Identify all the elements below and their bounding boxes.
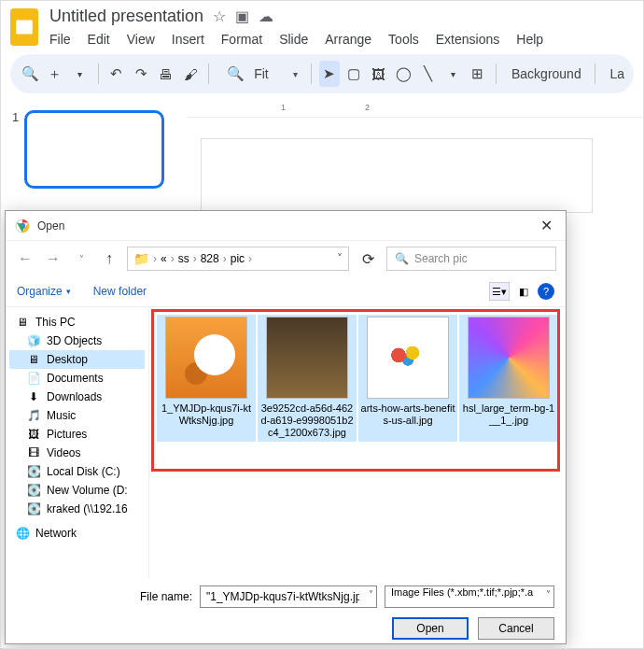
search-placeholder: Search pic [414,252,468,265]
sidebar-item-downloads[interactable]: ⬇Downloads [9,388,145,406]
sidebar-item-pictures[interactable]: 🖼Pictures [9,425,145,444]
sidebar-item-newvolume[interactable]: 💽New Volume (D: [9,481,145,500]
line-tool-icon[interactable]: ╲ [418,61,440,87]
separator [496,63,497,84]
comment-icon[interactable]: ⊞ [468,61,489,87]
menu-extensions[interactable]: Extensions [436,32,499,47]
undo-icon[interactable]: ↶ [105,61,127,87]
layout-button[interactable]: La [609,66,624,81]
path-seg[interactable]: 828 [201,252,219,265]
sidebar-item-3d[interactable]: 🧊3D Objects [9,332,145,350]
search-input[interactable]: 🔍 Search pic [386,247,556,271]
filename-label: File name: [140,590,192,603]
path-ellipsis[interactable]: « [161,252,167,265]
open-button[interactable]: Open [392,617,469,640]
zoom-fit[interactable]: Fit [254,66,269,81]
dialog-footer: File name: ˅ Image Files (*.xbm;*.tif;*.… [6,578,566,647]
sidebar-network[interactable]: 🌐Network [9,524,145,543]
menu-insert[interactable]: Insert [172,32,204,47]
menu-bar: File Edit View Insert Format Slide Arran… [49,26,543,54]
chevron-right-icon: › [193,252,197,265]
search-icon: 🔍 [395,252,409,265]
path-dropdown-icon[interactable]: ˅ [337,252,343,265]
organize-button[interactable]: Organize ▾ [17,285,71,298]
cube-icon: 🧊 [26,334,41,347]
dropdown-caret-icon[interactable]: ˅ [546,589,551,600]
documents-icon: 📄 [26,372,41,385]
dropdown-caret-icon[interactable]: ˅ [369,589,373,600]
dialog-body: 🖥This PC 🧊3D Objects 🖥Desktop 📄Documents… [6,307,566,578]
search-icon[interactable]: 🔍 [20,61,41,87]
view-mode-icon[interactable]: ☰▾ [489,282,510,301]
doc-title[interactable]: Untitled presentation [49,7,203,26]
move-folder-icon[interactable]: ▣ [235,7,249,25]
slide-thumbnail-panel: 1 [1,101,188,213]
separator [98,63,99,84]
image-tool-icon[interactable]: 🖼 [369,61,390,87]
path-seg[interactable]: pic [231,252,245,265]
menu-file[interactable]: File [49,32,71,47]
sidebar-item-documents[interactable]: 📄Documents [9,369,145,388]
menu-tools[interactable]: Tools [388,32,419,47]
refresh-icon[interactable]: ⟳ [357,250,379,268]
filename-input[interactable] [200,586,377,608]
sidebar-this-pc[interactable]: 🖥This PC [9,313,145,332]
sidebar-item-music[interactable]: 🎵Music [9,406,145,425]
dropdown-caret-icon: ▾ [66,287,71,296]
sidebar-item-videos[interactable]: 🎞Videos [9,444,145,462]
slide-canvas[interactable] [201,138,593,213]
help-icon[interactable]: ? [538,283,554,300]
videos-icon: 🎞 [26,446,41,459]
dialog-title: Open [37,219,64,233]
file-type-select[interactable]: Image Files (*.xbm;*.tif;*.pjp;*.a [385,586,554,608]
select-tool-icon[interactable]: ➤ [319,61,341,87]
zoom-icon[interactable]: 🔍 [222,61,248,87]
menu-help[interactable]: Help [516,32,543,47]
back-icon[interactable]: ← [15,248,35,269]
dropdown-caret-icon[interactable]: ▾ [69,61,91,87]
slide-thumbnail[interactable] [24,110,164,189]
ruler: 1 2 [188,101,643,118]
star-icon[interactable]: ☆ [213,7,226,25]
chevron-right-icon: › [171,252,175,265]
menu-view[interactable]: View [127,32,155,47]
preview-pane-icon[interactable]: ◧ [513,282,534,301]
slide-number: 1 [12,110,19,204]
menu-format[interactable]: Format [221,32,262,47]
shape-tool-icon[interactable]: ◯ [393,61,414,87]
dropdown-caret-icon[interactable]: ▾ [442,61,464,87]
redo-icon[interactable]: ↷ [131,61,152,87]
sidebar-item-desktop[interactable]: 🖥Desktop [9,350,145,369]
close-icon[interactable]: ✕ [537,217,556,234]
up-icon[interactable]: ↑ [99,248,119,269]
network-icon: 🌐 [15,527,30,540]
slides-logo-icon [10,8,38,46]
dialog-titlebar: Open ✕ [6,211,566,241]
app-header: Untitled presentation ☆ ▣ ☁ File Edit Vi… [1,1,643,54]
menu-slide[interactable]: Slide [279,32,308,47]
recent-dropdown-icon[interactable]: ˅ [71,248,91,269]
path-seg[interactable]: ss [178,252,189,265]
new-slide-icon[interactable]: ＋ [45,61,66,87]
menu-edit[interactable]: Edit [88,32,110,47]
file-open-dialog: Open ✕ ← → ˅ ↑ 📁 › « › ss › 828 › pic › … [5,210,567,644]
new-folder-button[interactable]: New folder [93,285,147,298]
disk-icon: 💽 [26,484,41,497]
dialog-toolbar: Organize ▾ New folder ☰▾ ◧ ? [6,276,566,307]
cloud-status-icon[interactable]: ☁ [259,7,273,25]
desktop-icon: 🖥 [26,353,41,366]
path-breadcrumb[interactable]: 📁 › « › ss › 828 › pic › ˅ [127,247,349,271]
paint-format-icon[interactable]: 🖌 [180,61,202,87]
pictures-icon: 🖼 [26,428,41,441]
textbox-tool-icon[interactable]: ▢ [343,61,365,87]
forward-icon[interactable]: → [43,248,63,269]
menu-arrange[interactable]: Arrange [325,32,371,47]
dropdown-caret-icon[interactable]: ▾ [293,69,298,79]
background-button[interactable]: Background [511,66,581,81]
print-icon[interactable]: 🖶 [155,61,176,87]
cancel-button[interactable]: Cancel [478,617,554,640]
sidebar-item-kraked[interactable]: 💽kraked (\\192.16 [9,500,145,518]
sidebar-item-localdisk[interactable]: 💽Local Disk (C:) [9,462,145,481]
music-icon: 🎵 [26,409,41,422]
disk-icon: 💽 [26,465,41,478]
